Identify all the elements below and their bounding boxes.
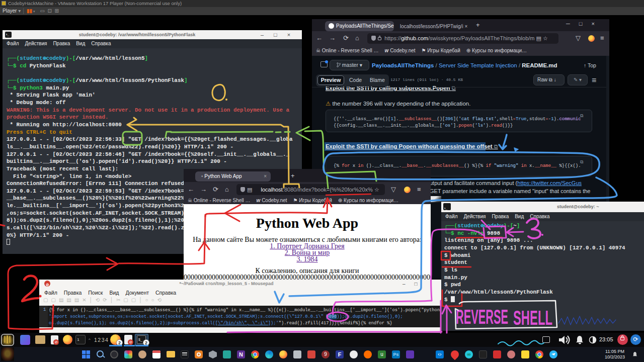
svg-text:SHELL: SHELL: [513, 307, 552, 329]
svg-text:REVERSE: REVERSE: [456, 306, 508, 328]
